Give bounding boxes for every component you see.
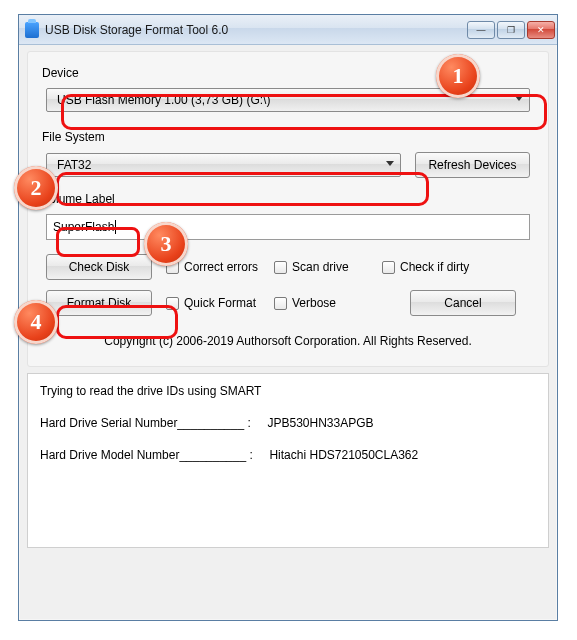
check-if-dirty-checkbox[interactable]: Check if dirty — [382, 260, 502, 274]
annotation-badge-1: 1 — [436, 54, 480, 98]
check-disk-button[interactable]: Check Disk — [46, 254, 152, 280]
checkbox-icon — [274, 297, 287, 310]
maximize-button[interactable]: ❐ — [497, 21, 525, 39]
application-window: USB Disk Storage Format Tool 6.0 — ❐ ✕ D… — [18, 14, 558, 621]
chevron-down-icon — [515, 96, 523, 101]
scan-drive-checkbox[interactable]: Scan drive — [274, 260, 382, 274]
verbose-checkbox[interactable]: Verbose — [274, 296, 382, 310]
app-icon — [25, 22, 39, 38]
minimize-button[interactable]: — — [467, 21, 495, 39]
correct-errors-checkbox[interactable]: Correct errors — [166, 260, 274, 274]
filesystem-selected: FAT32 — [57, 158, 91, 172]
volume-label-value: SuperFlash — [53, 220, 114, 234]
filesystem-dropdown[interactable]: FAT32 — [46, 153, 401, 177]
format-disk-button[interactable]: Format Disk — [46, 290, 152, 316]
annotation-badge-2: 2 — [14, 166, 58, 210]
cancel-button[interactable]: Cancel — [410, 290, 516, 316]
refresh-devices-button[interactable]: Refresh Devices — [415, 152, 530, 178]
annotation-badge-4: 4 — [14, 300, 58, 344]
titlebar[interactable]: USB Disk Storage Format Tool 6.0 — ❐ ✕ — [19, 15, 557, 45]
close-button[interactable]: ✕ — [527, 21, 555, 39]
copyright-text: Copyright (c) 2006-2019 Authorsoft Corpo… — [40, 334, 536, 348]
checkbox-icon — [274, 261, 287, 274]
volume-label-label: Volume Label — [42, 192, 536, 206]
log-line: Trying to read the drive IDs using SMART — [40, 384, 536, 398]
log-line: Hard Drive Serial Number__________ : JPB… — [40, 416, 536, 430]
chevron-down-icon — [386, 161, 394, 166]
volume-label-input[interactable]: SuperFlash — [46, 214, 530, 240]
checkbox-icon — [166, 297, 179, 310]
annotation-badge-3: 3 — [144, 222, 188, 266]
checkbox-icon — [382, 261, 395, 274]
client-area: Device USB Flash Memory 1.00 (3,73 GB) (… — [19, 45, 557, 556]
log-line: Hard Drive Model Number__________ : Hita… — [40, 448, 536, 462]
device-selected: USB Flash Memory 1.00 (3,73 GB) (G:\) — [57, 93, 270, 107]
options-panel: Device USB Flash Memory 1.00 (3,73 GB) (… — [27, 51, 549, 367]
window-title: USB Disk Storage Format Tool 6.0 — [45, 23, 461, 37]
text-cursor-icon — [115, 220, 116, 234]
quick-format-checkbox[interactable]: Quick Format — [166, 296, 274, 310]
filesystem-label: File System — [42, 130, 536, 144]
log-output[interactable]: Trying to read the drive IDs using SMART… — [27, 373, 549, 548]
